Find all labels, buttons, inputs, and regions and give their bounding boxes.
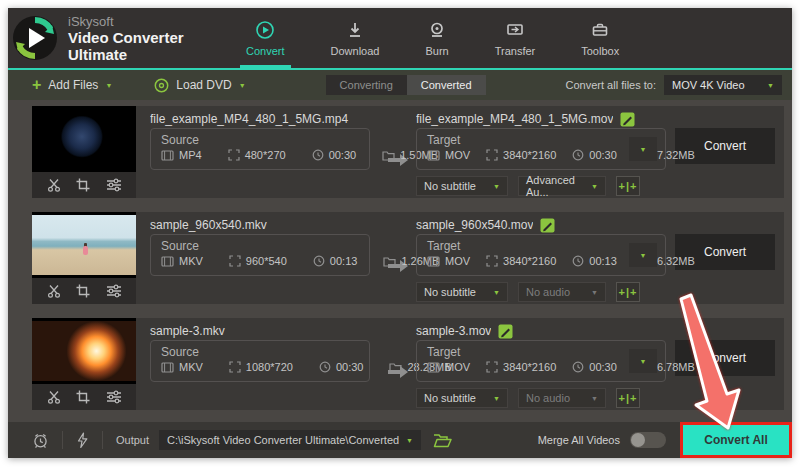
target-format-chevron-button[interactable]: ▼: [629, 349, 657, 373]
folder-icon: [389, 362, 402, 373]
resolution-stat: 3840*2160: [486, 255, 556, 267]
target-panel: sample-3.mov Target MOV 3840*2160 00:30 …: [416, 318, 666, 410]
crop-icon[interactable]: [75, 389, 91, 405]
edit-filename-icon[interactable]: [620, 112, 635, 127]
duration-stat: 00:30: [572, 361, 617, 373]
trim-scissors-icon[interactable]: [46, 389, 62, 405]
schedule-alarm-icon[interactable]: [32, 432, 49, 449]
divider: [102, 431, 103, 449]
tab-convert[interactable]: Convert: [240, 8, 291, 68]
chevron-down-icon: ▼: [406, 437, 413, 444]
effects-adjust-icon[interactable]: [105, 283, 123, 299]
folder-icon: [382, 150, 395, 161]
add-files-label: Add Files: [48, 78, 98, 92]
merge-toggle[interactable]: [630, 432, 666, 448]
av-sync-icon[interactable]: +|+: [616, 388, 640, 408]
load-dvd-label: Load DVD: [176, 78, 231, 92]
subtitle-select[interactable]: No subtitle▼: [416, 176, 508, 196]
clock-icon: [319, 361, 331, 373]
source-filename: sample_960x540.mkv: [150, 216, 370, 234]
tab-download[interactable]: Download: [325, 8, 386, 68]
queue-tabs: Converting Converted: [326, 75, 486, 95]
tab-burn[interactable]: Burn: [419, 8, 454, 68]
edit-tools: [32, 384, 136, 410]
toggle-knob: [631, 433, 645, 447]
target-info-box: Target MOV 3840*2160 00:30 36.78MB ▼: [416, 340, 666, 382]
thumbnail-image-earth: [32, 106, 136, 172]
target-filename: sample-3.mov: [416, 322, 491, 340]
target-format-chevron-button[interactable]: ▼: [629, 137, 657, 161]
title-bar: iSkysoft Video Converter Ultimate Conver…: [8, 8, 792, 68]
target-label: Target: [427, 239, 655, 253]
edit-filename-icon[interactable]: [498, 324, 513, 339]
brand-name: iSkysoft: [68, 14, 240, 29]
trim-scissors-icon[interactable]: [46, 283, 62, 299]
audio-select[interactable]: No audio▼: [518, 282, 606, 302]
trim-scissors-icon[interactable]: [46, 177, 62, 193]
resolution-icon: [486, 149, 498, 161]
target-filename: file_example_MP4_480_1_5MG.mov: [416, 110, 613, 128]
crop-icon[interactable]: [75, 283, 91, 299]
subtitle-select[interactable]: No subtitle▼: [416, 388, 508, 408]
chevron-down-icon[interactable]: ▼: [239, 82, 246, 89]
effects-adjust-icon[interactable]: [105, 177, 123, 193]
high-speed-bolt-icon[interactable]: [76, 432, 89, 449]
film-icon: [427, 150, 440, 161]
open-folder-icon[interactable]: [433, 433, 452, 448]
file-row-2: sample_960x540.mkv Source MKV 960*540 00…: [32, 212, 784, 304]
source-filename: sample-3.mkv: [150, 322, 370, 340]
convert-all-button[interactable]: Convert All: [680, 422, 792, 458]
effects-adjust-icon[interactable]: [105, 389, 123, 405]
bottom-bar: Output C:\iSkysoft Video Converter Ultim…: [8, 422, 792, 458]
tab-transfer[interactable]: Transfer: [489, 8, 542, 68]
merge-all-videos-label: Merge All Videos: [538, 434, 620, 446]
source-label: Source: [161, 345, 359, 359]
duration-stat: 00:30: [312, 149, 357, 161]
toolbar: + Add Files ▼ Load DVD ▼ Converting Conv…: [8, 68, 792, 100]
film-icon: [161, 362, 174, 373]
resolution-icon: [486, 361, 498, 373]
target-info-box: Target MOV 3840*2160 00:30: [416, 128, 666, 170]
output-path-select[interactable]: C:\iSkysoft Video Converter Ultimate\Con…: [159, 430, 421, 450]
add-files-button[interactable]: + Add Files ▼: [32, 78, 112, 92]
source-panel: sample-3.mkv Source MKV 1080*720 00:30 2…: [136, 318, 380, 410]
download-icon: [345, 20, 365, 40]
film-icon: [427, 256, 440, 267]
audio-select[interactable]: No audio▼: [518, 388, 606, 408]
duration-stat: 00:13: [572, 255, 617, 267]
chevron-down-icon[interactable]: ▼: [105, 82, 112, 89]
clock-icon: [572, 149, 584, 161]
source-info-box: Source MKV 1080*720 00:30 28.28MB: [150, 340, 370, 382]
clock-icon: [312, 149, 324, 161]
video-converter-window: iSkysoft Video Converter Ultimate Conver…: [8, 8, 792, 458]
resolution-stat: 3840*2160: [486, 149, 556, 161]
target-format-chevron-button[interactable]: ▼: [629, 243, 657, 267]
merge-control: Merge All Videos: [538, 432, 666, 448]
av-sync-icon[interactable]: +|+: [616, 176, 640, 196]
tab-burn-label: Burn: [425, 45, 448, 57]
app-window: iSkysoft Video Converter Ultimate Conver…: [0, 0, 800, 472]
transfer-icon: [505, 20, 525, 40]
subtitle-select[interactable]: No subtitle▼: [416, 282, 508, 302]
output-path-value: C:\iSkysoft Video Converter Ultimate\Con…: [167, 434, 399, 446]
load-dvd-button[interactable]: Load DVD ▼: [154, 78, 245, 93]
burn-disc-icon: [427, 20, 447, 40]
resolution-icon: [229, 361, 241, 373]
clock-icon: [572, 255, 584, 267]
audio-select[interactable]: Advanced Au...▼: [518, 176, 606, 196]
crop-icon[interactable]: [75, 177, 91, 193]
av-sync-icon[interactable]: +|+: [616, 282, 640, 302]
target-filename: sample_960x540.mov: [416, 216, 533, 234]
tab-converted[interactable]: Converted: [407, 75, 486, 95]
video-thumbnail: [32, 318, 136, 410]
toolbox-icon: [590, 20, 610, 40]
resolution-stat: 3840*2160: [486, 361, 556, 373]
source-filename: file_example_MP4_480_1_5MG.mp4: [150, 110, 370, 128]
tab-converting[interactable]: Converting: [326, 75, 407, 95]
edit-filename-icon[interactable]: [540, 218, 555, 233]
tab-toolbox[interactable]: Toolbox: [575, 8, 625, 68]
output-format-select[interactable]: MOV 4K Video ▼: [664, 75, 782, 95]
resolution-stat: 480*270: [228, 149, 286, 161]
target-info-box: Target MOV 3840*2160 00:13 16.32MB ▼: [416, 234, 666, 276]
chevron-down-icon: ▼: [767, 82, 774, 89]
